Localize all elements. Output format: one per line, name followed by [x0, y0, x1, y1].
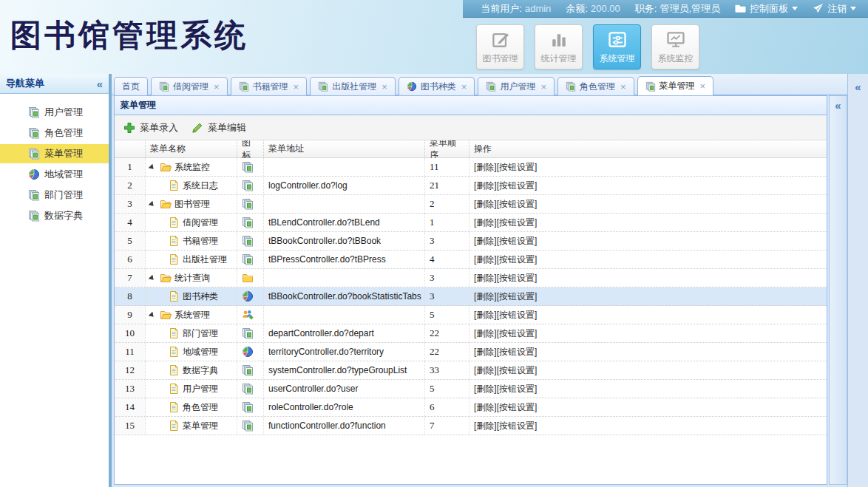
- logout-menu[interactable]: 注销: [813, 2, 856, 16]
- delete-link[interactable]: [删除]: [474, 161, 497, 174]
- pages-icon: [28, 148, 40, 160]
- button-settings-link[interactable]: [按钮设置]: [497, 235, 538, 248]
- table-row[interactable]: 12数据字典systemController.do?typeGroupList3…: [115, 361, 827, 380]
- tab-close-icon[interactable]: ×: [214, 82, 220, 92]
- delete-link[interactable]: [删除]: [474, 346, 497, 358]
- delete-link[interactable]: [删除]: [474, 401, 497, 414]
- table-row[interactable]: 1系统监控11[删除][按钮设置]: [115, 158, 827, 177]
- panel-east-strip[interactable]: «: [829, 95, 847, 485]
- tool-btn-label: 菜单录入: [140, 121, 178, 134]
- plus-icon: [123, 122, 135, 134]
- delete-link[interactable]: [删除]: [474, 217, 497, 229]
- delete-link[interactable]: [删除]: [474, 253, 497, 266]
- tab-role-mgmt[interactable]: 角色管理×: [557, 77, 634, 95]
- table-row[interactable]: 7统计查询3[删除][按钮设置]: [115, 269, 827, 287]
- doc-icon: [168, 253, 180, 265]
- module-book-mgmt[interactable]: 图书管理: [476, 24, 524, 69]
- button-settings-link[interactable]: [按钮设置]: [497, 309, 538, 321]
- table-row[interactable]: 6出版社管理tBPressController.do?tBPress4[删除][…: [115, 251, 827, 269]
- tab-close-icon[interactable]: ×: [461, 82, 467, 92]
- button-settings-link[interactable]: [按钮设置]: [497, 272, 538, 285]
- button-settings-link[interactable]: [按钮设置]: [497, 161, 538, 174]
- tab-close-icon[interactable]: ×: [700, 81, 706, 91]
- table-row[interactable]: 9系统管理5[删除][按钮设置]: [115, 306, 827, 324]
- delete-link[interactable]: [删除]: [474, 420, 497, 432]
- button-settings-link[interactable]: [按钮设置]: [497, 327, 538, 340]
- menu-name-label: 数据字典: [183, 364, 218, 377]
- delete-link[interactable]: [删除]: [474, 290, 497, 303]
- sidebar-collapse-icon[interactable]: «: [97, 78, 103, 89]
- tab-label: 书籍管理: [253, 81, 288, 93]
- delete-link[interactable]: [删除]: [474, 383, 497, 395]
- tab-user-mgmt[interactable]: 用户管理×: [478, 77, 555, 95]
- table-row[interactable]: 2系统日志logController.do?log21[删除][按钮设置]: [115, 177, 827, 195]
- tab-menu-mgmt[interactable]: 菜单管理×: [637, 76, 714, 95]
- table-row[interactable]: 4借阅管理tBLendController.do?tBLend1[删除][按钮设…: [115, 214, 827, 232]
- sidebar-item-user-mgmt[interactable]: 用户管理: [0, 103, 109, 122]
- duty: 职务: 管理员,管理员: [635, 2, 720, 16]
- sidebar-item-territory-mgmt[interactable]: 地域管理: [0, 165, 109, 184]
- cell-actions: [删除][按钮设置]: [469, 417, 827, 435]
- tab-close-icon[interactable]: ×: [540, 82, 546, 92]
- duty-label: 职务:: [635, 2, 657, 16]
- tree-expand-icon[interactable]: [149, 312, 158, 321]
- delete-link[interactable]: [删除]: [474, 364, 497, 377]
- tab-publisher-mgmt[interactable]: 出版社管理×: [310, 77, 396, 95]
- tree-expand-icon[interactable]: [149, 201, 158, 211]
- delete-link[interactable]: [删除]: [474, 309, 497, 321]
- button-settings-link[interactable]: [按钮设置]: [497, 217, 538, 229]
- delete-link[interactable]: [删除]: [474, 327, 497, 340]
- module-system-monitor[interactable]: 系统监控: [651, 24, 699, 69]
- tab-close-icon[interactable]: ×: [382, 82, 387, 92]
- east-collapse-icon[interactable]: «: [855, 81, 861, 93]
- button-settings-link[interactable]: [按钮设置]: [497, 180, 538, 192]
- delete-link[interactable]: [删除]: [474, 272, 497, 285]
- delete-link[interactable]: [删除]: [474, 198, 497, 211]
- cell-icon: [237, 158, 264, 176]
- cell-actions: [删除][按钮设置]: [469, 214, 827, 231]
- button-settings-link[interactable]: [按钮设置]: [497, 253, 538, 266]
- table-row[interactable]: 3图书管理2[删除][按钮设置]: [115, 195, 827, 214]
- sidebar-item-data-dict[interactable]: 数据字典: [0, 206, 109, 225]
- table-row[interactable]: 15菜单管理functionController.do?function7[删除…: [115, 417, 827, 435]
- tab-home[interactable]: 首页: [114, 77, 148, 95]
- tab-borrow-mgmt[interactable]: 借阅管理×: [151, 77, 228, 95]
- module-stats-mgmt[interactable]: 统计管理: [535, 24, 583, 69]
- button-settings-link[interactable]: [按钮设置]: [497, 198, 538, 211]
- tab-label: 角色管理: [580, 81, 615, 93]
- east-region-strip[interactable]: «: [847, 74, 868, 487]
- button-settings-link[interactable]: [按钮设置]: [497, 290, 538, 303]
- tab-close-icon[interactable]: ×: [294, 82, 299, 92]
- panel-collapse-icon[interactable]: «: [835, 99, 841, 112]
- delete-link[interactable]: [删除]: [474, 180, 497, 192]
- table-row[interactable]: 8图书种类tBBookController.do?bookStatisticTa…: [115, 287, 827, 306]
- table-row[interactable]: 11地域管理territoryController.do?territory22…: [115, 343, 827, 361]
- button-settings-link[interactable]: [按钮设置]: [497, 383, 538, 395]
- tab-close-icon[interactable]: ×: [620, 82, 626, 92]
- table-row[interactable]: 5书籍管理tBBookController.do?tBBook3[删除][按钮设…: [115, 232, 827, 251]
- sidebar-item-menu-mgmt[interactable]: 菜单管理: [0, 144, 109, 163]
- button-settings-link[interactable]: [按钮设置]: [497, 346, 538, 358]
- sidebar-item-dept-mgmt[interactable]: 部门管理: [0, 185, 109, 205]
- doc-icon: [168, 327, 180, 339]
- menu-add-button[interactable]: 菜单录入: [123, 121, 178, 134]
- menu-edit-button[interactable]: 菜单编辑: [191, 121, 246, 134]
- navigation-sidebar: 导航菜单 « 用户管理角色管理菜单管理地域管理部门管理数据字典: [0, 74, 109, 487]
- tab-book-mgmt[interactable]: 书籍管理×: [231, 77, 308, 95]
- table-row[interactable]: 10部门管理departController.do?depart22[删除][按…: [115, 324, 827, 343]
- table-row[interactable]: 13用户管理userController.do?user5[删除][按钮设置]: [115, 380, 827, 398]
- tab-book-category[interactable]: 图书种类×: [399, 77, 475, 95]
- module-system-mgmt[interactable]: 系统管理: [593, 24, 641, 69]
- tree-node: 图书种类: [150, 290, 218, 303]
- button-settings-link[interactable]: [按钮设置]: [497, 401, 538, 414]
- button-settings-link[interactable]: [按钮设置]: [497, 364, 538, 377]
- tree-expand-icon[interactable]: [149, 275, 158, 285]
- tree-expand-icon[interactable]: [149, 164, 158, 174]
- table-row[interactable]: 14角色管理roleController.do?role6[删除][按钮设置]: [115, 398, 827, 417]
- sidebar-item-role-mgmt[interactable]: 角色管理: [0, 123, 109, 143]
- delete-link[interactable]: [删除]: [474, 235, 497, 248]
- cell-rownum: 5: [115, 232, 146, 250]
- pages-icon: [239, 81, 249, 92]
- control-panel-menu[interactable]: 控制面板: [735, 2, 798, 16]
- button-settings-link[interactable]: [按钮设置]: [497, 420, 538, 432]
